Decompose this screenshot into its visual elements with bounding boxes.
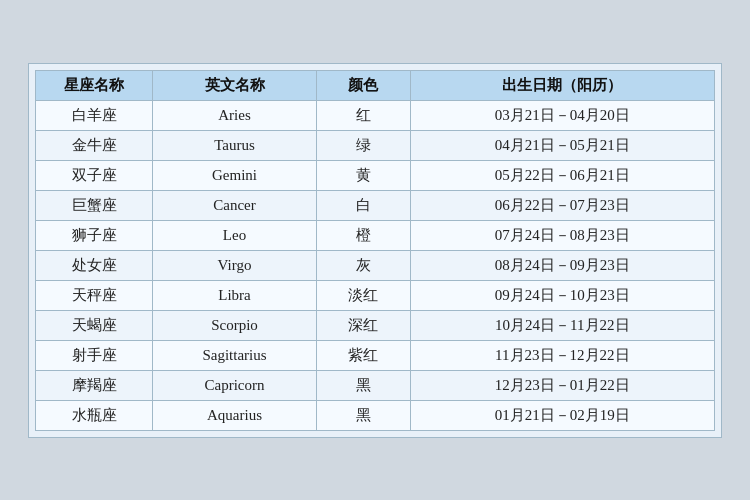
- cell-color: 绿: [316, 130, 410, 160]
- cell-date: 05月22日－06月21日: [410, 160, 714, 190]
- table-header-row: 星座名称 英文名称 颜色 出生日期（阳历）: [36, 70, 715, 100]
- table-row: 天蝎座Scorpio深红10月24日－11月22日: [36, 310, 715, 340]
- header-en: 英文名称: [153, 70, 317, 100]
- cell-cn: 摩羯座: [36, 370, 153, 400]
- cell-color: 白: [316, 190, 410, 220]
- header-date: 出生日期（阳历）: [410, 70, 714, 100]
- cell-date: 07月24日－08月23日: [410, 220, 714, 250]
- cell-date: 08月24日－09月23日: [410, 250, 714, 280]
- zodiac-table-container: 星座名称 英文名称 颜色 出生日期（阳历） 白羊座Aries红03月21日－04…: [28, 63, 722, 438]
- cell-en: Cancer: [153, 190, 317, 220]
- table-row: 天秤座Libra淡红09月24日－10月23日: [36, 280, 715, 310]
- cell-color: 橙: [316, 220, 410, 250]
- cell-en: Aquarius: [153, 400, 317, 430]
- cell-date: 09月24日－10月23日: [410, 280, 714, 310]
- cell-cn: 处女座: [36, 250, 153, 280]
- cell-en: Virgo: [153, 250, 317, 280]
- cell-date: 01月21日－02月19日: [410, 400, 714, 430]
- table-row: 白羊座Aries红03月21日－04月20日: [36, 100, 715, 130]
- cell-date: 06月22日－07月23日: [410, 190, 714, 220]
- cell-en: Libra: [153, 280, 317, 310]
- cell-cn: 狮子座: [36, 220, 153, 250]
- cell-en: Taurus: [153, 130, 317, 160]
- header-cn: 星座名称: [36, 70, 153, 100]
- cell-date: 10月24日－11月22日: [410, 310, 714, 340]
- cell-color: 灰: [316, 250, 410, 280]
- cell-date: 11月23日－12月22日: [410, 340, 714, 370]
- cell-cn: 射手座: [36, 340, 153, 370]
- cell-date: 04月21日－05月21日: [410, 130, 714, 160]
- cell-en: Leo: [153, 220, 317, 250]
- cell-en: Sagittarius: [153, 340, 317, 370]
- zodiac-table: 星座名称 英文名称 颜色 出生日期（阳历） 白羊座Aries红03月21日－04…: [35, 70, 715, 431]
- cell-color: 黄: [316, 160, 410, 190]
- cell-cn: 双子座: [36, 160, 153, 190]
- cell-date: 12月23日－01月22日: [410, 370, 714, 400]
- cell-cn: 白羊座: [36, 100, 153, 130]
- table-row: 双子座Gemini黄05月22日－06月21日: [36, 160, 715, 190]
- cell-en: Scorpio: [153, 310, 317, 340]
- header-color: 颜色: [316, 70, 410, 100]
- cell-color: 红: [316, 100, 410, 130]
- cell-color: 深红: [316, 310, 410, 340]
- cell-date: 03月21日－04月20日: [410, 100, 714, 130]
- table-row: 狮子座Leo橙07月24日－08月23日: [36, 220, 715, 250]
- cell-en: Gemini: [153, 160, 317, 190]
- cell-cn: 水瓶座: [36, 400, 153, 430]
- cell-en: Aries: [153, 100, 317, 130]
- table-row: 射手座Sagittarius紫红11月23日－12月22日: [36, 340, 715, 370]
- cell-color: 淡红: [316, 280, 410, 310]
- table-row: 金牛座Taurus绿04月21日－05月21日: [36, 130, 715, 160]
- cell-en: Capricorn: [153, 370, 317, 400]
- cell-cn: 天蝎座: [36, 310, 153, 340]
- table-row: 摩羯座Capricorn黑12月23日－01月22日: [36, 370, 715, 400]
- cell-cn: 金牛座: [36, 130, 153, 160]
- table-row: 水瓶座Aquarius黑01月21日－02月19日: [36, 400, 715, 430]
- table-row: 处女座Virgo灰08月24日－09月23日: [36, 250, 715, 280]
- cell-cn: 天秤座: [36, 280, 153, 310]
- cell-color: 黑: [316, 400, 410, 430]
- cell-color: 紫红: [316, 340, 410, 370]
- cell-color: 黑: [316, 370, 410, 400]
- table-row: 巨蟹座Cancer白06月22日－07月23日: [36, 190, 715, 220]
- cell-cn: 巨蟹座: [36, 190, 153, 220]
